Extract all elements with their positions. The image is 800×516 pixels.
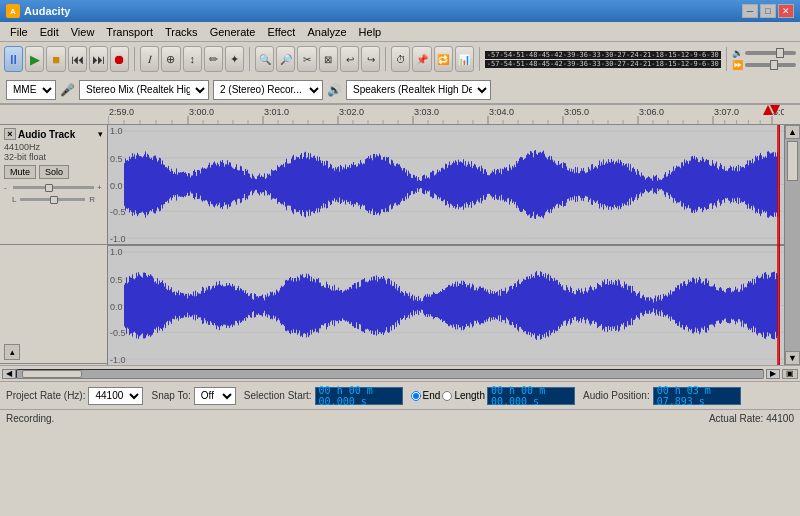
statusbar: Recording. Actual Rate: 44100 xyxy=(0,409,800,427)
separator2 xyxy=(249,47,250,71)
ibeam-tool[interactable]: 𝐼 xyxy=(140,46,159,72)
trim-tool[interactable]: ✂ xyxy=(297,46,316,72)
menu-generate[interactable]: Generate xyxy=(204,24,262,40)
app-title: Audacity xyxy=(24,5,70,17)
titlebar: A Audacity ─ □ ✕ xyxy=(0,0,800,22)
menu-tracks[interactable]: Tracks xyxy=(159,24,204,40)
track1-pan-slider[interactable] xyxy=(20,198,85,201)
device-toolbar: MME 🎤 Stereo Mix (Realtek High De... 2 (… xyxy=(0,76,800,104)
undo-tool[interactable]: ↩ xyxy=(340,46,359,72)
playhead-marker xyxy=(770,105,780,115)
scroll-track[interactable] xyxy=(785,139,800,351)
scroll-down-button[interactable]: ▼ xyxy=(785,351,800,365)
speaker-icon: 🔊 xyxy=(327,83,342,97)
menu-edit[interactable]: Edit xyxy=(34,24,65,40)
maximize-button[interactable]: □ xyxy=(760,4,776,18)
pan-left-label: L xyxy=(12,195,16,204)
length-label: Length xyxy=(454,390,485,401)
pin-tool[interactable]: 📌 xyxy=(412,46,431,72)
track1-solo-button[interactable]: Solo xyxy=(39,165,69,179)
record-button[interactable]: ⏺ xyxy=(110,46,129,72)
volume-icon: 🔉 xyxy=(732,48,743,58)
minimize-button[interactable]: ─ xyxy=(742,4,758,18)
redo-tool[interactable]: ↪ xyxy=(361,46,380,72)
app-icon: A xyxy=(6,4,20,18)
clock-tool[interactable]: ⏱ xyxy=(391,46,410,72)
play-button[interactable]: ▶ xyxy=(25,46,44,72)
track-area: × Audio Track ▾ 44100Hz 32-bit float Mut… xyxy=(0,125,800,365)
input-channels-select[interactable]: 2 (Stereo) Recor... xyxy=(213,80,323,100)
length-radio[interactable] xyxy=(442,391,452,401)
mic-icon: 🎤 xyxy=(60,83,75,97)
zoom-tool[interactable]: ⊕ xyxy=(161,46,180,72)
separator5 xyxy=(726,47,727,71)
scroll-left-button[interactable]: ◀ xyxy=(2,369,16,379)
status-text: Recording. xyxy=(6,413,54,424)
end-time-input[interactable]: 00 h 00 m 00.000 s xyxy=(487,387,575,405)
playhead-line xyxy=(779,125,780,365)
draw-tool[interactable]: ✏ xyxy=(204,46,223,72)
end-label: End xyxy=(423,390,441,401)
skip-back-button[interactable]: ⏮ xyxy=(68,46,87,72)
scroll-thumb[interactable] xyxy=(787,141,798,181)
vertical-scrollbar[interactable]: ▲ ▼ xyxy=(784,125,800,365)
menu-analyze[interactable]: Analyze xyxy=(301,24,352,40)
zoom-out-tool[interactable]: 🔎 xyxy=(276,46,295,72)
spectrum-tool[interactable]: 📊 xyxy=(455,46,474,72)
actual-rate-display: Actual Rate: 44100 xyxy=(709,413,794,424)
vu-meter-top: -57-54-51-48-45-42-39-36-33-30-27-24-21-… xyxy=(485,51,721,59)
audio-position-label: Audio Position: xyxy=(583,390,650,401)
horizontal-scrollbar[interactable]: ◀ ▶ ▣ xyxy=(0,365,800,381)
track1-volume-slider[interactable] xyxy=(13,186,94,189)
separator4 xyxy=(479,47,480,71)
envelope-tool[interactable]: ↕ xyxy=(183,46,202,72)
speed-icon: ⏩ xyxy=(732,60,743,70)
volume-slider-thumb[interactable] xyxy=(776,48,784,58)
loop-tool[interactable]: 🔁 xyxy=(434,46,453,72)
track1-menu-icon[interactable]: ▾ xyxy=(98,129,103,139)
pan-right-label: R xyxy=(89,195,95,204)
end-radio[interactable] xyxy=(411,391,421,401)
snap-to-label: Snap To: xyxy=(151,390,190,401)
track1-bit-depth: 32-bit float xyxy=(4,152,103,162)
menu-help[interactable]: Help xyxy=(353,24,388,40)
volume-minus-icon: - xyxy=(4,183,10,192)
audio-position-input[interactable]: 00 h 03 m 07.893 s xyxy=(653,387,741,405)
bottom-toolbar: Project Rate (Hz): 44100 Snap To: Off Se… xyxy=(0,381,800,409)
project-rate-select[interactable]: 44100 xyxy=(88,387,143,405)
zoom-in-tool[interactable]: 🔍 xyxy=(255,46,274,72)
volume-plus-icon: + xyxy=(97,183,103,192)
skip-forward-button[interactable]: ⏭ xyxy=(89,46,108,72)
timeline-ruler[interactable] xyxy=(0,105,800,125)
silence-tool[interactable]: ⊠ xyxy=(319,46,338,72)
menu-transport[interactable]: Transport xyxy=(100,24,159,40)
track1-name: Audio Track xyxy=(18,129,75,140)
waveform-container xyxy=(108,125,784,365)
scroll-right-button[interactable]: ▶ xyxy=(766,369,780,379)
snap-to-select[interactable]: Off xyxy=(194,387,236,405)
zoom-thumb[interactable]: ▣ xyxy=(782,369,798,379)
project-rate-label: Project Rate (Hz): xyxy=(6,390,85,401)
menu-effect[interactable]: Effect xyxy=(262,24,302,40)
scroll-up-button[interactable]: ▲ xyxy=(785,125,800,139)
track1-close-button[interactable]: × xyxy=(4,128,16,140)
track-panel: × Audio Track ▾ 44100Hz 32-bit float Mut… xyxy=(0,125,108,365)
stop-button[interactable]: ■ xyxy=(46,46,65,72)
track2-expand-button[interactable]: ▴ xyxy=(4,344,20,360)
menu-view[interactable]: View xyxy=(65,24,101,40)
speed-slider-thumb[interactable] xyxy=(770,60,778,70)
menu-file[interactable]: File xyxy=(4,24,34,40)
separator1 xyxy=(134,47,135,71)
pause-button[interactable]: ⏸ xyxy=(4,46,23,72)
host-select[interactable]: MME xyxy=(6,80,56,100)
scroll-thumb-h[interactable] xyxy=(22,370,82,378)
selection-start-input[interactable]: 00 h 00 m 00.000 s xyxy=(315,387,403,405)
track1-mute-button[interactable]: Mute xyxy=(4,165,36,179)
input-device-select[interactable]: Stereo Mix (Realtek High De... xyxy=(79,80,209,100)
separator3 xyxy=(385,47,386,71)
track1-sample-rate: 44100Hz xyxy=(4,142,103,152)
multi-tool[interactable]: ✦ xyxy=(225,46,244,72)
scroll-track-h[interactable] xyxy=(16,369,764,379)
close-button[interactable]: ✕ xyxy=(778,4,794,18)
output-device-select[interactable]: Speakers (Realtek High Defi... xyxy=(346,80,491,100)
